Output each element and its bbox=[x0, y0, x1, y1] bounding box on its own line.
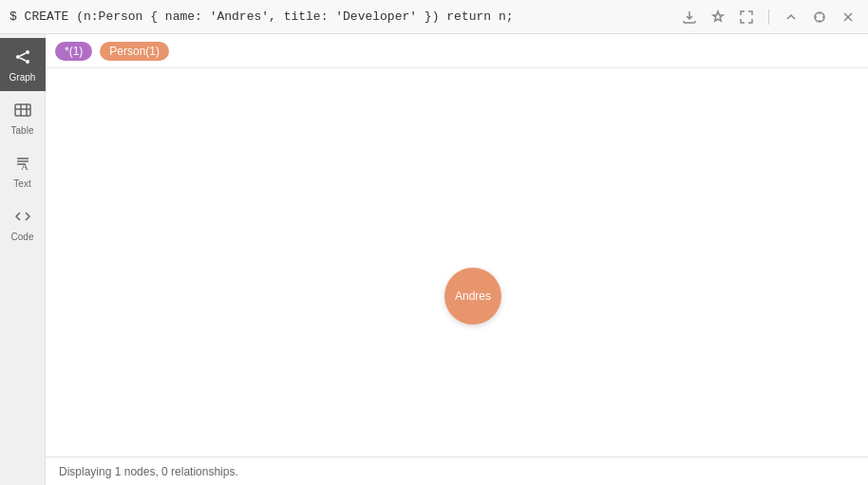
top-bar: $ CREATE (n:Person { name: 'Andres', tit… bbox=[0, 0, 868, 34]
svg-point-2 bbox=[26, 50, 29, 54]
close-icon[interactable] bbox=[838, 7, 859, 28]
download-icon[interactable] bbox=[679, 7, 700, 28]
sidebar-item-code[interactable]: Code bbox=[0, 197, 46, 251]
query-text: $ CREATE (n:Person { name: 'Andres', tit… bbox=[9, 9, 679, 24]
top-bar-icons bbox=[679, 7, 859, 28]
person-badge[interactable]: Person(1) bbox=[100, 42, 169, 61]
graph-node-andres[interactable]: Andres bbox=[444, 268, 501, 325]
sidebar-text-label: Text bbox=[13, 178, 30, 189]
sidebar-table-label: Table bbox=[11, 125, 34, 136]
main-layout: Graph Table A Text bbox=[0, 34, 868, 485]
tab-bar: *(1) Person(1) bbox=[46, 34, 868, 68]
svg-line-5 bbox=[20, 58, 26, 61]
sidebar-code-label: Code bbox=[11, 232, 34, 242]
table-icon bbox=[13, 101, 32, 122]
sidebar-item-text[interactable]: A Text bbox=[0, 144, 46, 197]
status-bar: Displaying 1 nodes, 0 relationships. bbox=[46, 457, 868, 485]
sidebar-item-table[interactable]: Table bbox=[0, 91, 46, 144]
code-icon bbox=[13, 207, 32, 229]
reset-icon[interactable] bbox=[809, 7, 830, 28]
text-icon: A bbox=[13, 154, 32, 176]
expand-icon[interactable] bbox=[736, 7, 757, 28]
graph-icon bbox=[13, 47, 32, 69]
divider bbox=[768, 9, 769, 25]
status-text: Displaying 1 nodes, 0 relationships. bbox=[59, 465, 238, 478]
scroll-up-icon[interactable] bbox=[781, 7, 802, 28]
pin-icon[interactable] bbox=[708, 7, 728, 28]
svg-line-4 bbox=[20, 53, 26, 56]
sidebar: Graph Table A Text bbox=[0, 34, 46, 485]
svg-point-1 bbox=[16, 55, 20, 59]
sidebar-graph-label: Graph bbox=[9, 72, 36, 83]
result-badge[interactable]: *(1) bbox=[55, 42, 92, 61]
svg-rect-6 bbox=[15, 104, 30, 116]
graph-canvas[interactable]: Andres bbox=[46, 68, 868, 457]
svg-point-3 bbox=[26, 60, 29, 64]
sidebar-item-graph[interactable]: Graph bbox=[0, 38, 46, 91]
content-area: *(1) Person(1) Andres Displaying 1 nodes… bbox=[46, 34, 868, 485]
svg-text:A: A bbox=[21, 160, 28, 172]
